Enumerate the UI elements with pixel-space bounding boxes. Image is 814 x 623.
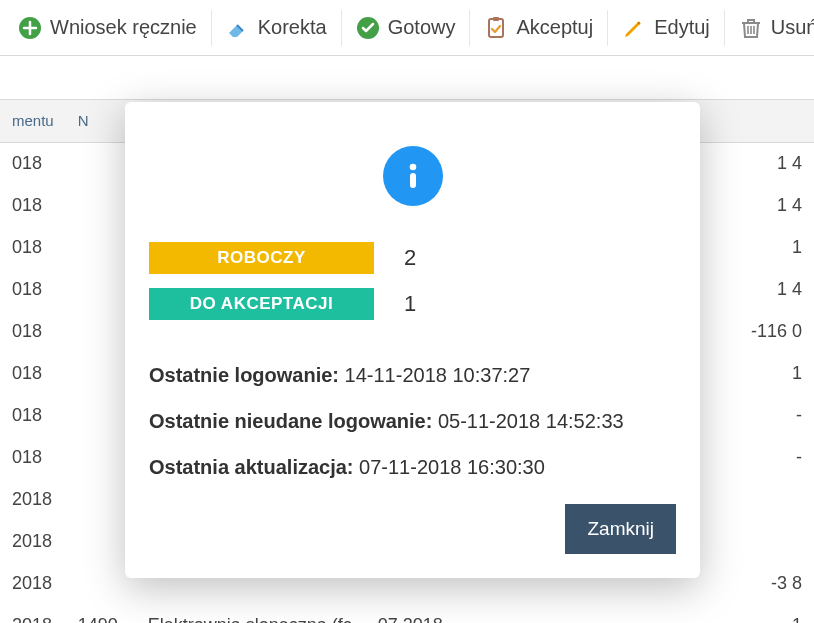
svg-rect-5 xyxy=(410,173,416,188)
status-chip-roboczy: ROBOCZY xyxy=(149,242,374,274)
last-update-value: 07-11-2018 16:30:30 xyxy=(359,456,545,478)
last-login-value: 14-11-2018 10:37:27 xyxy=(345,364,531,386)
last-update: Ostatnia aktualizacja: 07-11-2018 16:30:… xyxy=(149,444,676,490)
status-count-akceptacja: 1 xyxy=(404,291,416,317)
login-meta: Ostatnie logowanie: 14-11-2018 10:37:27 … xyxy=(149,352,676,490)
last-login-label: Ostatnie logowanie: xyxy=(149,364,339,386)
modal-actions: Zamknij xyxy=(149,504,676,554)
status-chip-akceptacja: DO AKCEPTACJI xyxy=(149,288,374,320)
last-failed-login: Ostatnie nieudane logowanie: 05-11-2018 … xyxy=(149,398,676,444)
close-button[interactable]: Zamknij xyxy=(565,504,676,554)
modal-overlay: ROBOCZY 2 DO AKCEPTACJI 1 Ostatnie logow… xyxy=(0,0,814,623)
info-circle-icon xyxy=(383,146,443,206)
last-update-label: Ostatnia aktualizacja: xyxy=(149,456,354,478)
info-modal: ROBOCZY 2 DO AKCEPTACJI 1 Ostatnie logow… xyxy=(125,102,700,578)
svg-point-4 xyxy=(409,164,416,171)
status-row-akceptacja: DO AKCEPTACJI 1 xyxy=(149,288,676,320)
status-row-roboczy: ROBOCZY 2 xyxy=(149,242,676,274)
last-failed-label: Ostatnie nieudane logowanie: xyxy=(149,410,432,432)
last-login: Ostatnie logowanie: 14-11-2018 10:37:27 xyxy=(149,352,676,398)
last-failed-value: 05-11-2018 14:52:33 xyxy=(438,410,624,432)
status-count-roboczy: 2 xyxy=(404,245,416,271)
